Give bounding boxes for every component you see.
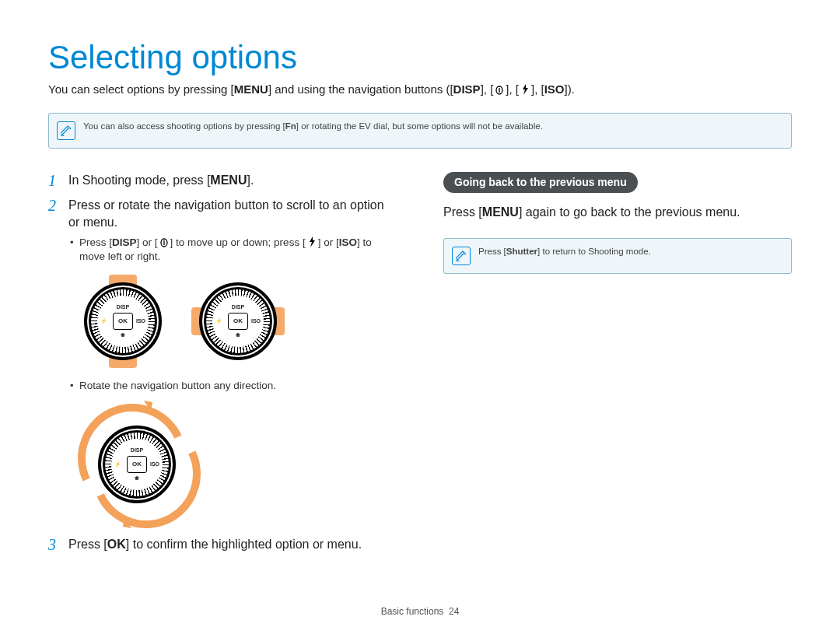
- dial-vertical: DISP ⚡ ISO ❀ OK: [76, 275, 170, 368]
- dial-illustration-row: DISP ⚡ ISO ❀ OK: [76, 275, 397, 368]
- tip-box-1: You can also access shooting options by …: [48, 113, 792, 149]
- menu-key: MENU: [210, 172, 247, 189]
- text: Press [: [68, 538, 107, 551]
- step-number: 3: [48, 536, 61, 553]
- disp-key: DISP: [112, 236, 137, 250]
- fn-key: Fn: [285, 121, 296, 131]
- step-1: 1 In Shooting mode, press [MENU].: [48, 172, 397, 189]
- dial-top-label: DISP: [117, 299, 129, 316]
- dial-rotate: DISP ⚡ ISO ❀ OK: [76, 404, 208, 528]
- text: Press [: [443, 205, 482, 219]
- text: You can also access shooting options by …: [83, 121, 285, 131]
- text: ] or [: [318, 236, 339, 248]
- step-3: 3 Press [OK] to confirm the highlighted …: [48, 536, 397, 553]
- tip-text: You can also access shooting options by …: [83, 121, 543, 131]
- going-back-text: Press [MENU] again to go back to the pre…: [443, 204, 792, 221]
- disp-key: DISP: [453, 82, 481, 96]
- step-number: 1: [48, 172, 61, 189]
- text: ] again to go back to the previous menu.: [519, 205, 740, 219]
- right-column: Going back to the previous menu Press [M…: [443, 172, 792, 561]
- macro-icon: [493, 85, 506, 96]
- text: ] and using the navigation buttons ([: [268, 82, 453, 96]
- text: Press [: [79, 236, 112, 248]
- dial-right-label: ISO: [150, 456, 159, 473]
- text: ], [: [481, 82, 494, 96]
- text: ] to return to Shooting mode.: [537, 247, 651, 256]
- text: ] or [: [137, 236, 158, 248]
- text: You can select options by pressing [: [48, 82, 234, 96]
- text: ] or rotating the EV dial, but some opti…: [296, 121, 543, 131]
- step-2: 2 Press or rotate the navigation button …: [48, 197, 397, 528]
- substep: Press [DISP] or [] to move up or down; p…: [68, 236, 397, 264]
- intro-text: You can select options by pressing [MENU…: [48, 82, 792, 96]
- note-icon: [57, 121, 75, 140]
- page-footer: Basic functions 24: [0, 606, 840, 617]
- text: ].: [247, 173, 254, 187]
- text: Press or rotate the navigation button to…: [68, 198, 384, 229]
- text: ] to confirm the highlighted option or m…: [126, 538, 362, 551]
- tip-box-2: Press [Shutter] to return to Shooting mo…: [443, 238, 792, 274]
- text: In Shooting mode, press [: [68, 173, 210, 187]
- flash-icon: [519, 84, 531, 95]
- text: Press [: [478, 247, 506, 256]
- dial-left-label: ⚡: [215, 313, 222, 330]
- page-title: Selecting options: [48, 39, 792, 76]
- dial-bottom-label: ❀: [236, 327, 240, 344]
- tip-text: Press [Shutter] to return to Shooting mo…: [478, 247, 651, 256]
- flash-icon: [306, 236, 318, 247]
- dial-left-label: ⚡: [100, 313, 107, 330]
- text: ]).: [564, 82, 574, 96]
- text: ] to move up or down; press [: [170, 236, 306, 248]
- menu-key: MENU: [234, 82, 268, 96]
- iso-key: ISO: [544, 82, 565, 96]
- section-pill: Going back to the previous menu: [443, 172, 638, 193]
- dial-top-label: DISP: [131, 442, 143, 459]
- footer-section: Basic functions: [381, 606, 444, 617]
- dial-bottom-label: ❀: [135, 470, 139, 487]
- dial-horizontal: DISP ⚡ ISO ❀ OK: [191, 275, 285, 368]
- dial-bottom-label: ❀: [121, 327, 125, 344]
- dial-left-label: ⚡: [114, 456, 121, 473]
- text: ], [: [506, 82, 519, 96]
- step-number: 2: [48, 197, 61, 528]
- ok-key: OK: [107, 536, 126, 553]
- navigation-dial-icon: DISP ⚡ ISO ❀ OK: [199, 282, 277, 360]
- left-column: 1 In Shooting mode, press [MENU]. 2 Pres…: [48, 172, 397, 561]
- navigation-dial-icon: DISP ⚡ ISO ❀ OK: [84, 282, 162, 360]
- iso-key: ISO: [339, 236, 357, 250]
- navigation-dial-icon: DISP ⚡ ISO ❀ OK: [98, 426, 176, 503]
- macro-icon: [158, 237, 170, 248]
- footer-page-number: 24: [449, 606, 459, 617]
- note-icon: [452, 247, 471, 265]
- dial-right-label: ISO: [251, 313, 261, 330]
- text: ], [: [531, 82, 544, 96]
- menu-key: MENU: [482, 204, 519, 221]
- substep: Rotate the navigation button any directi…: [68, 379, 397, 393]
- shutter-key: Shutter: [506, 247, 537, 256]
- dial-top-label: DISP: [232, 299, 244, 316]
- dial-right-label: ISO: [136, 313, 145, 330]
